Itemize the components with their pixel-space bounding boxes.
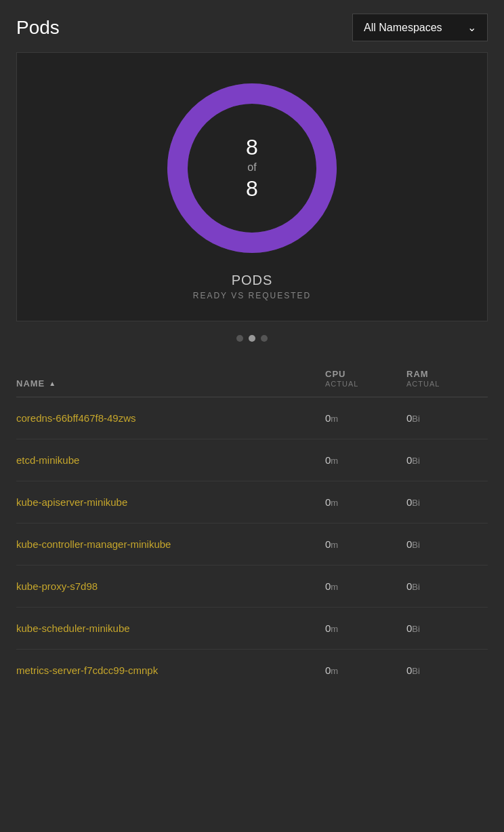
cpu-column-bottom: ACTUAL (325, 380, 406, 389)
pod-ram: 0Bi (406, 454, 488, 466)
pod-cpu: 0m (325, 412, 406, 424)
pods-of-label: of (246, 161, 258, 176)
name-column-label: NAME (16, 378, 45, 389)
table-row[interactable]: kube-controller-manager-minikube 0m 0Bi (16, 523, 488, 566)
table-row[interactable]: kube-scheduler-minikube 0m 0Bi (16, 608, 488, 650)
table-row[interactable]: etcd-minikube 0m 0Bi (16, 439, 488, 481)
table-row[interactable]: kube-apiserver-minikube 0m 0Bi (16, 481, 488, 523)
column-header-ram: RAM ACTUAL (406, 369, 488, 389)
pod-ram: 0Bi (406, 538, 488, 550)
sort-icon[interactable]: ▲ (49, 380, 56, 387)
namespace-label: All Namespaces (364, 22, 442, 34)
pod-name: kube-scheduler-minikube (16, 622, 325, 634)
table-row[interactable]: kube-proxy-s7d98 0m 0Bi (16, 566, 488, 608)
cpu-column-top: CPU (325, 369, 406, 380)
pod-ram: 0Bi (406, 622, 488, 634)
pod-cpu: 0m (325, 580, 406, 592)
donut-chart: 8 of 8 (164, 80, 340, 256)
pod-cpu: 0m (325, 665, 406, 676)
page-title: Pods (16, 17, 60, 39)
pod-name: metrics-server-f7cdcc99-cmnpk (16, 665, 325, 676)
pod-name: kube-apiserver-minikube (16, 496, 325, 508)
table-row[interactable]: metrics-server-f7cdcc99-cmnpk 0m 0Bi (16, 650, 488, 691)
chart-sublabel: READY VS REQUESTED (193, 291, 311, 300)
ram-column-bottom: ACTUAL (406, 380, 488, 389)
donut-center: 8 of 8 (246, 134, 258, 201)
pod-ram: 0Bi (406, 412, 488, 424)
column-header-cpu: CPU ACTUAL (325, 369, 406, 389)
pod-name: coredns-66bff467f8-49zws (16, 412, 325, 424)
pods-chart-container: 8 of 8 PODS READY VS REQUESTED (16, 52, 488, 321)
pods-ready-count: 8 (246, 134, 258, 160)
chart-label: PODS (232, 273, 273, 288)
pod-cpu: 0m (325, 496, 406, 508)
pod-name: kube-proxy-s7d98 (16, 580, 325, 592)
pagination-dot-3[interactable] (261, 335, 268, 342)
table-row[interactable]: coredns-66bff467f8-49zws 0m 0Bi (16, 397, 488, 439)
pagination-dot-1[interactable] (236, 335, 243, 342)
pod-ram: 0Bi (406, 496, 488, 508)
table-header: NAME ▲ CPU ACTUAL RAM ACTUAL (16, 369, 488, 397)
pod-name: kube-controller-manager-minikube (16, 538, 325, 550)
pod-ram: 0Bi (406, 665, 488, 676)
pods-table: NAME ▲ CPU ACTUAL RAM ACTUAL coredns-66b… (0, 355, 504, 691)
pod-ram: 0Bi (406, 580, 488, 592)
chevron-down-icon: ⌄ (467, 21, 476, 34)
column-header-name: NAME ▲ (16, 378, 325, 389)
table-body: coredns-66bff467f8-49zws 0m 0Bi etcd-min… (16, 397, 488, 691)
pagination-dot-2[interactable] (249, 335, 255, 342)
pagination (0, 321, 504, 355)
pod-cpu: 0m (325, 454, 406, 466)
namespace-dropdown[interactable]: All Namespaces ⌄ (352, 14, 488, 41)
pod-cpu: 0m (325, 622, 406, 634)
pod-cpu: 0m (325, 538, 406, 550)
page-header: Pods All Namespaces ⌄ (0, 0, 504, 52)
pod-name: etcd-minikube (16, 454, 325, 466)
pods-requested-count: 8 (246, 176, 258, 201)
ram-column-top: RAM (406, 369, 488, 380)
